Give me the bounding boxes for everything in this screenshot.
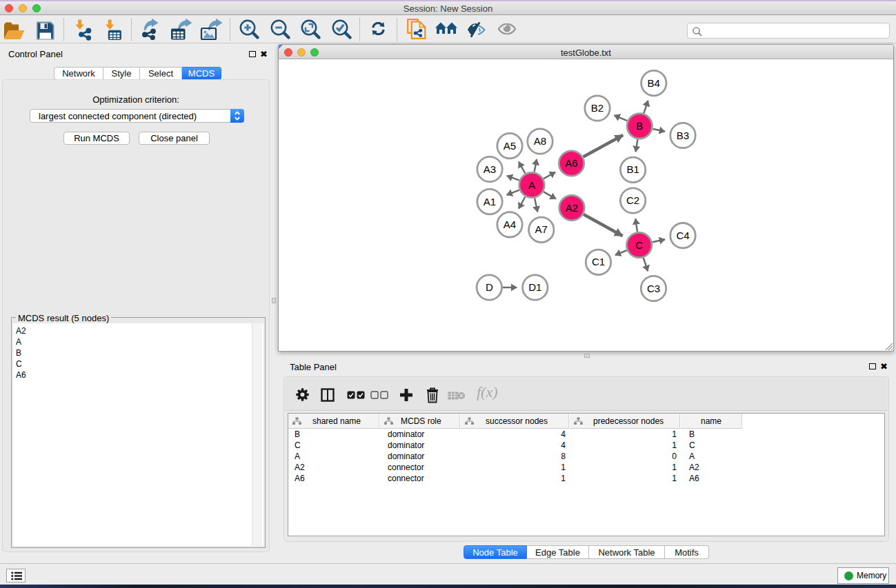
svg-text:B1: B1 xyxy=(626,163,639,175)
svg-text:B3: B3 xyxy=(677,130,689,141)
svg-text:C: C xyxy=(635,239,643,251)
svg-text:C4: C4 xyxy=(676,230,689,241)
svg-text:C2: C2 xyxy=(626,194,639,206)
svg-text:A1: A1 xyxy=(484,196,496,207)
svg-text:A5: A5 xyxy=(504,140,516,152)
svg-text:B: B xyxy=(636,120,643,132)
svg-text:C1: C1 xyxy=(592,256,605,267)
svg-text:A7: A7 xyxy=(535,223,548,235)
svg-text:D: D xyxy=(486,281,493,293)
svg-text:A2: A2 xyxy=(566,202,578,214)
svg-text:A: A xyxy=(528,179,535,191)
svg-text:D1: D1 xyxy=(528,281,541,293)
svg-text:B4: B4 xyxy=(648,77,660,89)
svg-text:A4: A4 xyxy=(504,219,516,230)
svg-text:B2: B2 xyxy=(591,102,604,114)
svg-text:A8: A8 xyxy=(534,135,546,147)
svg-text:A6: A6 xyxy=(565,157,577,169)
svg-text:A3: A3 xyxy=(484,163,496,175)
svg-text:C3: C3 xyxy=(647,283,660,294)
